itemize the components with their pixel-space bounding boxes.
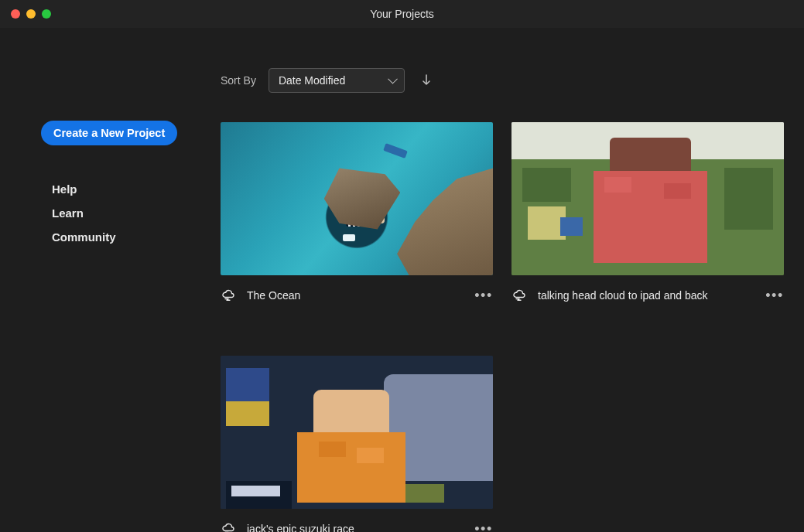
sort-direction-button[interactable] [417, 71, 436, 90]
project-more-button[interactable]: ••• [474, 520, 493, 532]
sidebar: Create a New Project Help Learn Communit… [0, 28, 221, 532]
project-more-button[interactable]: ••• [474, 286, 493, 305]
project-card: The Ocean ••• [221, 122, 493, 305]
arrow-down-icon [420, 73, 433, 87]
sidebar-link-help[interactable]: Help [52, 182, 221, 196]
projects-grid: The Ocean ••• [221, 122, 784, 532]
window-close-button[interactable] [11, 9, 20, 19]
cloud-sync-icon [511, 289, 527, 302]
project-title: talking head cloud to ipad and back [538, 289, 754, 302]
window-minimize-button[interactable] [26, 9, 36, 19]
project-card: talking head cloud to ipad and back ••• [511, 122, 784, 305]
sidebar-link-community[interactable]: Community [52, 230, 221, 244]
project-thumbnail[interactable] [221, 122, 493, 275]
titlebar: Your Projects [0, 0, 804, 28]
project-title: The Ocean [247, 289, 464, 302]
sort-by-selected-value: Date Modified [279, 74, 345, 87]
project-thumbnail[interactable] [511, 122, 784, 275]
cloud-sync-icon [221, 289, 236, 302]
sort-by-select[interactable]: Date Modified [269, 68, 405, 93]
project-card: jack's epic suzuki race ••• [221, 356, 493, 532]
window-title: Your Projects [0, 8, 804, 20]
sort-bar: Sort By Date Modified [221, 68, 784, 93]
project-more-button[interactable]: ••• [765, 286, 784, 305]
sidebar-links: Help Learn Community [41, 182, 221, 244]
main-panel: Sort By Date Modified [221, 28, 804, 532]
sort-by-label: Sort By [221, 74, 256, 87]
create-new-project-button[interactable]: Create a New Project [41, 121, 177, 145]
cloud-sync-icon [221, 523, 236, 532]
window-controls [0, 9, 51, 19]
sidebar-link-learn[interactable]: Learn [52, 206, 221, 220]
window-maximize-button[interactable] [42, 9, 51, 19]
project-thumbnail[interactable] [221, 356, 493, 509]
project-title: jack's epic suzuki race [247, 523, 464, 532]
